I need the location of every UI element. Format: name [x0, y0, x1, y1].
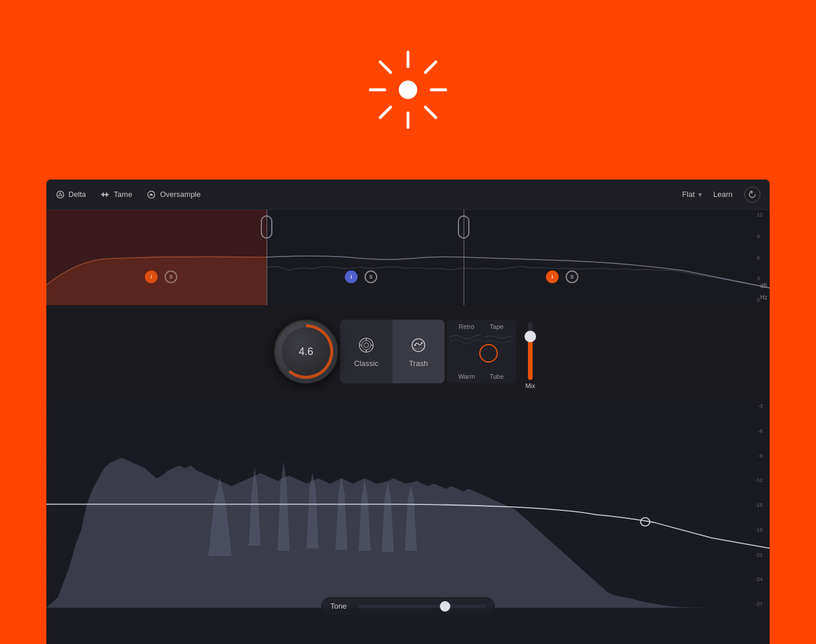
drive-knob-wrapper: 4.6 [274, 320, 338, 383]
drive-knob-value: 4.6 [298, 346, 313, 358]
tone-slider-wrapper: Tone [321, 597, 495, 615]
mix-fader-wrapper: Mix [519, 314, 542, 389]
trash-mode-button[interactable]: Trash [392, 320, 445, 383]
trash-icon [409, 336, 428, 354]
oversample-icon [146, 190, 156, 199]
svg-point-19 [364, 343, 369, 347]
db-n9: -21 [755, 552, 763, 558]
svg-point-25 [414, 344, 416, 346]
svg-point-26 [421, 342, 423, 343]
sat-active-indicator[interactable] [479, 344, 498, 363]
spectrum-area: Tone -3 -6 -9 -12 -15 -18 -21 -24 -27 [46, 401, 770, 644]
mix-fader-thumb[interactable] [524, 331, 536, 342]
classic-mode-button[interactable]: Classic [340, 320, 392, 383]
tone-label: Tone [330, 602, 351, 610]
toolbar-left: Delta Tame Oversam [56, 190, 682, 199]
drive-knob[interactable]: 4.6 [274, 320, 338, 383]
eq-db-12: 12 [757, 212, 763, 218]
dropdown-arrow: ▾ [698, 191, 702, 199]
db-n6: -18 [755, 527, 763, 533]
db-n3: -15 [755, 502, 763, 508]
undo-button[interactable] [744, 186, 760, 203]
db-6: -6 [755, 428, 763, 434]
svg-rect-13 [102, 193, 104, 196]
eq-db-9: 9 [757, 233, 763, 239]
svg-line-7 [380, 107, 391, 118]
orange-background [0, 0, 816, 180]
trash-label: Trash [409, 359, 428, 368]
oversample-label: Oversample [160, 190, 201, 199]
plugin-container: Delta Tame Oversam [46, 180, 770, 644]
preset-label: Flat [682, 190, 695, 199]
tame-label: Tame [114, 190, 132, 199]
retro-type-label[interactable]: Retro [447, 320, 482, 330]
toolbar-right: Flat ▾ Learn [682, 186, 760, 203]
eq-display: i S i S i S Hz dB [46, 210, 770, 305]
learn-button[interactable]: Learn [713, 190, 733, 199]
toolbar: Delta Tame Oversam [46, 180, 770, 210]
delta-label: Delta [68, 190, 86, 199]
db-0: -12 [755, 477, 763, 483]
mix-label: Mix [525, 382, 535, 389]
mode-buttons-group: Classic Trash [340, 320, 445, 383]
db-n15: -27 [755, 601, 763, 607]
undo-icon [748, 191, 756, 199]
db-12: -3 [755, 403, 763, 409]
tame-icon [100, 190, 110, 199]
tape-type-label[interactable]: Tape [482, 320, 516, 330]
db-scale-eq: 12 9 6 3 0 [757, 210, 763, 305]
sat-types-panel: Retro Tape Warm Tube [447, 320, 516, 383]
tone-slider-track[interactable] [358, 605, 486, 608]
db-n12: -24 [755, 576, 763, 582]
controls-panel: 4.6 Classic [274, 314, 542, 389]
eq-curve [46, 210, 770, 305]
svg-line-4 [380, 62, 391, 72]
svg-line-6 [425, 62, 436, 72]
tone-slider-thumb[interactable] [440, 601, 450, 612]
db-3: -9 [755, 453, 763, 459]
sun-icon [362, 43, 454, 136]
db-scale-right: -3 -6 -9 -12 -15 -18 -21 -24 -27 [755, 401, 763, 609]
eq-db-0: 0 [757, 297, 763, 303]
svg-point-16 [150, 193, 152, 196]
svg-line-5 [425, 107, 436, 118]
mix-fader-track[interactable] [528, 322, 533, 380]
tube-type-label[interactable]: Tube [482, 373, 516, 383]
svg-point-9 [57, 191, 64, 198]
classic-icon [357, 336, 376, 354]
eq-db-3: 3 [757, 276, 763, 281]
eq-db-6: 6 [757, 255, 763, 261]
oversample-button[interactable]: Oversample [146, 190, 201, 199]
svg-point-8 [399, 80, 417, 99]
tame-button[interactable]: Tame [100, 190, 132, 199]
delta-button[interactable]: Delta [56, 190, 86, 199]
delta-icon [56, 190, 65, 199]
svg-rect-14 [105, 193, 108, 196]
warm-type-label[interactable]: Warm [447, 373, 482, 383]
preset-dropdown[interactable]: Flat ▾ [682, 190, 702, 199]
classic-label: Classic [354, 359, 378, 368]
controls-area: 4.6 Classic [46, 305, 770, 398]
